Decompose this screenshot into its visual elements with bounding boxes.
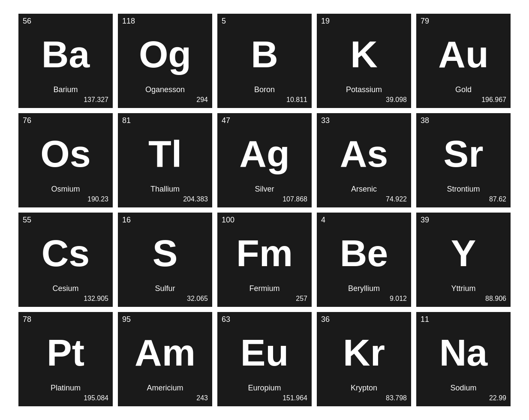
atomic-mass: 87.62 xyxy=(421,195,506,203)
element-symbol: Sr xyxy=(421,124,506,183)
element-name: Platinum xyxy=(23,384,108,393)
element-card-au: 79 Au Gold 196.967 xyxy=(416,14,511,108)
element-name: Silver xyxy=(222,185,307,194)
atomic-mass: 32.065 xyxy=(122,295,208,303)
atomic-mass: 243 xyxy=(122,394,208,402)
element-name: Barium xyxy=(23,85,108,94)
atomic-mass: 9.012 xyxy=(321,295,407,303)
element-name: Boron xyxy=(222,85,307,94)
element-name: Thallium xyxy=(122,185,208,194)
atomic-number: 4 xyxy=(321,216,325,224)
element-name: Arsenic xyxy=(321,185,407,194)
element-card-tl: 81 Tl Thallium 204.383 xyxy=(118,113,212,207)
element-name: Oganesson xyxy=(122,85,208,94)
element-symbol: Am xyxy=(122,323,208,382)
atomic-number: 76 xyxy=(23,117,31,124)
element-name: Europium xyxy=(222,384,307,393)
atomic-number: 47 xyxy=(222,117,230,124)
element-name: Cesium xyxy=(23,284,108,293)
atomic-number: 55 xyxy=(23,216,31,224)
atomic-mass: 204.383 xyxy=(122,195,208,203)
element-symbol: Kr xyxy=(321,323,407,382)
atomic-number: 78 xyxy=(23,315,31,323)
element-symbol: B xyxy=(222,25,307,84)
atomic-number: 118 xyxy=(122,17,135,25)
atomic-number: 56 xyxy=(23,17,31,25)
element-symbol: S xyxy=(122,224,208,282)
element-name: Beryllium xyxy=(321,284,407,293)
atomic-mass: 107.868 xyxy=(222,195,307,203)
atomic-mass: 137.327 xyxy=(23,96,108,104)
element-card-ag: 47 Ag Silver 107.868 xyxy=(217,113,312,207)
atomic-mass: 294 xyxy=(122,96,208,104)
atomic-number: 81 xyxy=(122,117,131,124)
element-card-sr: 38 Sr Strontium 87.62 xyxy=(416,113,511,207)
atomic-number: 19 xyxy=(321,17,330,25)
element-name: Americium xyxy=(122,384,208,393)
atomic-mass: 196.967 xyxy=(421,96,506,104)
atomic-mass: 88.906 xyxy=(421,295,506,303)
atomic-mass: 39.098 xyxy=(321,96,407,104)
atomic-number: 11 xyxy=(421,315,429,323)
element-card-as: 33 As Arsenic 74.922 xyxy=(317,113,411,207)
element-symbol: Os xyxy=(23,124,108,183)
element-card-cs: 55 Cs Cesium 132.905 xyxy=(18,213,113,307)
atomic-mass: 10.811 xyxy=(222,96,307,104)
element-symbol: Og xyxy=(122,25,208,84)
element-card-kr: 36 Kr Krypton 83.798 xyxy=(317,312,411,406)
element-card-pt: 78 Pt Platinum 195.084 xyxy=(18,312,113,406)
atomic-mass: 257 xyxy=(222,295,307,303)
element-name: Fermium xyxy=(222,284,307,293)
element-card-ba: 56 Ba Barium 137.327 xyxy=(18,14,113,108)
element-symbol: Na xyxy=(421,323,506,382)
atomic-mass: 151.964 xyxy=(222,394,307,402)
element-card-os: 76 Os Osmium 190.23 xyxy=(18,113,113,207)
atomic-number: 33 xyxy=(321,117,330,124)
atomic-mass: 132.905 xyxy=(23,295,108,303)
atomic-number: 95 xyxy=(122,315,131,323)
atomic-mass: 74.922 xyxy=(321,195,407,203)
atomic-mass: 190.23 xyxy=(23,195,108,203)
element-name: Osmium xyxy=(23,185,108,194)
element-name: Sodium xyxy=(421,384,506,393)
element-card-b: 5 B Boron 10.811 xyxy=(217,14,312,108)
atomic-number: 79 xyxy=(421,17,429,25)
atomic-number: 63 xyxy=(222,315,230,323)
element-symbol: Pt xyxy=(23,323,108,382)
element-card-na: 11 Na Sodium 22.99 xyxy=(416,312,511,406)
atomic-mass: 83.798 xyxy=(321,394,407,402)
element-card-s: 16 S Sulfur 32.065 xyxy=(118,213,212,307)
element-symbol: Eu xyxy=(222,323,307,382)
element-name: Gold xyxy=(421,85,506,94)
element-name: Krypton xyxy=(321,384,407,393)
element-symbol: Y xyxy=(421,224,506,282)
element-symbol: Au xyxy=(421,25,506,84)
atomic-number: 100 xyxy=(222,216,234,224)
element-card-be: 4 Be Beryllium 9.012 xyxy=(317,213,411,307)
element-symbol: As xyxy=(321,124,407,183)
element-symbol: K xyxy=(321,25,407,84)
atomic-number: 36 xyxy=(321,315,330,323)
periodic-table-grid: 56 Ba Barium 137.327 118 Og Oganesson 29… xyxy=(10,5,519,415)
element-card-am: 95 Am Americium 243 xyxy=(118,312,212,406)
element-card-y: 39 Y Yttrium 88.906 xyxy=(416,213,511,307)
element-card-fm: 100 Fm Fermium 257 xyxy=(217,213,312,307)
element-card-k: 19 K Potassium 39.098 xyxy=(317,14,411,108)
element-name: Potassium xyxy=(321,85,407,94)
element-name: Yttrium xyxy=(421,284,506,293)
atomic-number: 38 xyxy=(421,117,429,124)
atomic-number: 16 xyxy=(122,216,131,224)
element-symbol: Tl xyxy=(122,124,208,183)
element-card-og: 118 Og Oganesson 294 xyxy=(118,14,212,108)
element-name: Strontium xyxy=(421,185,506,194)
atomic-mass: 195.084 xyxy=(23,394,108,402)
atomic-number: 5 xyxy=(222,17,226,25)
element-symbol: Be xyxy=(321,224,407,282)
element-symbol: Ba xyxy=(23,25,108,84)
element-symbol: Cs xyxy=(23,224,108,282)
element-symbol: Ag xyxy=(222,124,307,183)
element-card-eu: 63 Eu Europium 151.964 xyxy=(217,312,312,406)
element-symbol: Fm xyxy=(222,224,307,282)
atomic-mass: 22.99 xyxy=(421,394,506,402)
atomic-number: 39 xyxy=(421,216,429,224)
